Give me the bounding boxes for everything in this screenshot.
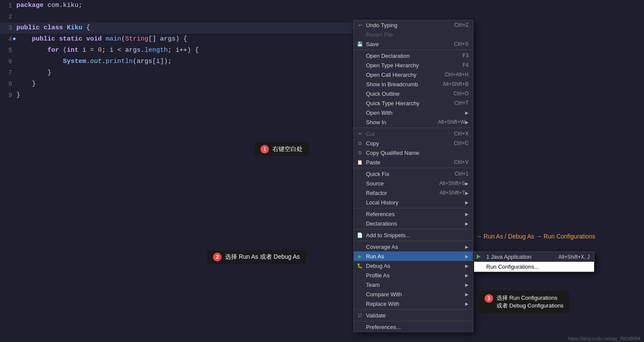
- code-line-1: 1 package com.kiku;: [0, 0, 353, 11]
- code-editor: 1 package com.kiku; 2 3 public class Kik…: [0, 0, 353, 342]
- context-menu[interactable]: ↩ Undo Typing Ctrl+Z Revert File 💾 Save …: [353, 20, 473, 332]
- separator-5: [354, 229, 473, 229]
- code-line-5: 5 for (int i = 0; i < args.length; i++) …: [0, 45, 353, 56]
- code-line-7: 7 }: [0, 67, 353, 78]
- bubble-text-3: 选择 Run Configurations 或者 Debug Configura…: [497, 294, 563, 310]
- menu-item-show-breadcrumb[interactable]: Show in Breadcrumb Alt+Shift+B: [354, 79, 473, 89]
- menu-item-replace-with[interactable]: Replace With ▶: [354, 299, 473, 308]
- separator-3: [354, 168, 473, 168]
- code-line-9: 9 }: [0, 90, 353, 101]
- menu-item-cut[interactable]: ✂ Cut Ctrl+X: [354, 129, 473, 138]
- save-icon: 💾: [356, 41, 364, 47]
- arrow-right-icon: ▶: [465, 264, 469, 268]
- code-line-6: 6 System.out.println(args[i]);: [0, 56, 353, 67]
- code-line-8: 8 }: [0, 78, 353, 90]
- watermark: https://blog.csdn.net/qq_39249094: [568, 336, 641, 341]
- menu-item-refactor[interactable]: Refactor Alt+Shift+T ▶: [354, 188, 473, 198]
- menu-item-references[interactable]: References ▶: [354, 209, 473, 219]
- arrow-right-icon: ▶: [465, 120, 469, 125]
- menu-item-show-in[interactable]: Show In Alt+Shift+W ▶: [354, 117, 473, 127]
- menu-item-revert[interactable]: Revert File: [354, 30, 473, 39]
- menu-item-source[interactable]: Source Alt+Shift+S ▶: [354, 179, 473, 188]
- arrow-right-icon: ▶: [465, 110, 469, 115]
- menu-item-local-history[interactable]: Local History ▶: [354, 198, 473, 207]
- run-as-submenu[interactable]: 1 Java Application Alt+Shift+X, J Run Co…: [474, 251, 594, 272]
- arrow-right-icon: ▶: [465, 254, 469, 259]
- undo-icon: ↩: [356, 22, 364, 28]
- annotation-bubble-3: 3 选择 Run Configurations 或者 Debug Configu…: [478, 291, 569, 313]
- menu-item-open-declaration[interactable]: Open Declaration F3: [354, 51, 473, 60]
- menu-item-debug-as[interactable]: 🐛 Debug As ▶: [354, 261, 473, 270]
- separator-6: [354, 241, 473, 241]
- arrow-right-icon: ▶: [465, 200, 469, 205]
- menu-item-undo[interactable]: ↩ Undo Typing Ctrl+Z: [354, 20, 473, 30]
- submenu-item-java-app[interactable]: 1 Java Application Alt+Shift+X, J: [474, 252, 594, 262]
- separator-1: [354, 50, 473, 50]
- annotation-bubble-2: 2 选择 Run As 或者 Debug As: [207, 250, 306, 264]
- menu-item-copy[interactable]: ⧉ Copy Ctrl+C: [354, 138, 473, 148]
- menu-item-quick-type-hierarchy[interactable]: Quick Type Hierarchy Ctrl+T: [354, 98, 473, 108]
- separator-8: [354, 321, 473, 321]
- menu-item-validate[interactable]: ☑ Validate: [354, 311, 473, 320]
- arrow-right-icon: ▶: [465, 181, 469, 186]
- menu-item-save[interactable]: 💾 Save Ctrl+S: [354, 39, 473, 49]
- arrow-right-icon: ▶: [465, 245, 469, 249]
- copy-icon: ⧉: [356, 141, 364, 146]
- arrow-right-icon: ▶: [465, 212, 469, 216]
- debug-as-icon: 🐛: [356, 263, 364, 269]
- menu-item-compare-with[interactable]: Compare With ▶: [354, 289, 473, 299]
- code-line-3: 3 public class Kiku {: [0, 22, 353, 34]
- bubble-text-2: 选择 Run As 或者 Debug As: [225, 253, 300, 261]
- annotation-bubble-1: 1 右键空白处: [254, 142, 309, 156]
- menu-item-quick-outline[interactable]: Quick Outline Ctrl+O: [354, 89, 473, 98]
- menu-item-paste[interactable]: 📋 Paste Ctrl+V: [354, 157, 473, 167]
- bubble-number-3: 3: [485, 294, 493, 303]
- menu-item-open-with[interactable]: Open With ▶: [354, 108, 473, 117]
- copy-qualified-icon: ⧉: [356, 150, 364, 156]
- menu-item-quick-fix[interactable]: Quick Fix Ctrl+1: [354, 169, 473, 179]
- separator-7: [354, 309, 473, 310]
- menu-item-profile-as[interactable]: Profile As ▶: [354, 270, 473, 280]
- menu-item-preferences[interactable]: Preferences...: [354, 322, 473, 332]
- bubble-number-2: 2: [213, 253, 222, 261]
- menu-item-open-type-hierarchy[interactable]: Open Type Hierarchy F4: [354, 60, 473, 70]
- arrow-right-icon: ▶: [465, 282, 469, 287]
- arrow-right-icon: ▶: [465, 301, 469, 306]
- menu-item-run-as[interactable]: ▶ Run As ▶ 1 Java Application Alt+Shift+…: [354, 251, 473, 261]
- arrow-right-icon: ▶: [465, 292, 469, 297]
- submenu-item-run-configurations[interactable]: Run Configurations...: [474, 262, 594, 272]
- menu-item-declarations[interactable]: Declarations ▶: [354, 219, 473, 228]
- menu-item-copy-qualified[interactable]: ⧉ Copy Qualified Name: [354, 148, 473, 157]
- snippets-icon: 📄: [356, 232, 364, 238]
- menu-item-open-call-hierarchy[interactable]: Open Call Hierarchy Ctrl+Alt+H: [354, 70, 473, 79]
- separator-2: [354, 128, 473, 128]
- separator-4: [354, 208, 473, 208]
- bubble-number-1: 1: [260, 145, 269, 154]
- menu-item-team[interactable]: Team ▶: [354, 280, 473, 289]
- validate-icon: ☑: [356, 313, 364, 318]
- bubble-text-1: 右键空白处: [272, 145, 303, 153]
- code-line-4: 4 public static void main(String[] args)…: [0, 34, 353, 45]
- java-app-icon: [477, 254, 481, 260]
- menu-item-add-snippets[interactable]: 📄 Add to Snippets...: [354, 230, 473, 240]
- paste-icon: 📋: [356, 160, 364, 165]
- run-as-icon: ▶: [356, 254, 364, 259]
- arrow-right-icon: ▶: [465, 221, 469, 226]
- cut-icon: ✂: [356, 131, 364, 137]
- arrow-right-icon: ▶: [465, 273, 469, 278]
- code-line-2: 2: [0, 11, 353, 22]
- menu-item-coverage-as[interactable]: Coverage As ▶: [354, 242, 473, 251]
- arrow-right-icon: ▶: [465, 191, 469, 195]
